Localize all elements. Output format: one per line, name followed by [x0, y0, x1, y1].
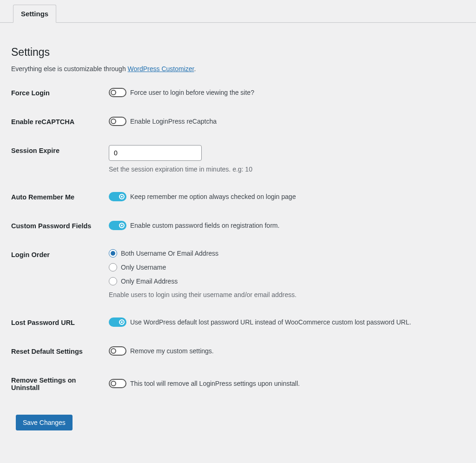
session-expire-hint: Set the session expiration time in minut… — [109, 165, 460, 173]
save-changes-button[interactable]: Save Changes — [16, 415, 73, 430]
session-expire-input[interactable] — [109, 145, 202, 161]
lost-password-desc: Use WordPress default lost password URL … — [130, 318, 411, 326]
reset-defaults-toggle[interactable] — [109, 346, 126, 356]
auto-remember-toggle[interactable] — [109, 192, 126, 201]
custom-password-toggle[interactable] — [109, 221, 126, 230]
force-login-label: Force Login — [11, 77, 109, 106]
custom-password-label: Custom Password Fields — [11, 210, 109, 239]
desc-post: . — [194, 65, 196, 73]
desc-pre: Everything else is customizable through — [11, 65, 128, 73]
remove-uninstall-desc: This tool will remove all LoginPress set… — [130, 380, 300, 387]
auto-remember-label: Auto Remember Me — [11, 181, 109, 210]
tab-settings[interactable]: Settings — [13, 5, 56, 23]
page-title: Settings — [11, 46, 465, 59]
lost-password-label: Lost Password URL — [11, 307, 109, 336]
login-order-radio-both[interactable] — [109, 249, 117, 258]
login-order-hint: Enable users to login using their userna… — [109, 291, 460, 298]
login-order-label: Login Order — [11, 239, 109, 307]
enable-recaptcha-desc: Enable LoginPress reCaptcha — [130, 118, 217, 125]
wordpress-customizer-link[interactable]: WordPress Customizer — [128, 65, 194, 73]
login-order-radio-username[interactable] — [109, 263, 117, 271]
auto-remember-desc: Keep remember me option always checked o… — [130, 193, 296, 200]
force-login-toggle[interactable] — [109, 88, 126, 97]
lost-password-toggle[interactable] — [109, 317, 126, 327]
session-expire-label: Session Expire — [11, 135, 109, 181]
reset-defaults-label: Reset Default Settings — [11, 336, 109, 364]
enable-recaptcha-toggle[interactable] — [109, 117, 126, 126]
login-order-option-email: Only Email Address — [121, 278, 178, 285]
page-description: Everything else is customizable through … — [11, 65, 465, 73]
remove-uninstall-label: Remove Settings on Uninstall — [11, 364, 109, 401]
reset-defaults-desc: Remove my custom settings. — [130, 347, 214, 355]
login-order-radio-email[interactable] — [109, 277, 117, 285]
login-order-option-username: Only Username — [121, 264, 166, 271]
force-login-desc: Force user to login before viewing the s… — [130, 89, 254, 96]
login-order-option-both: Both Username Or Email Address — [121, 250, 218, 257]
remove-uninstall-toggle[interactable] — [109, 379, 126, 388]
custom-password-desc: Enable custom password fields on registr… — [130, 222, 279, 229]
enable-recaptcha-label: Enable reCAPTCHA — [11, 106, 109, 135]
